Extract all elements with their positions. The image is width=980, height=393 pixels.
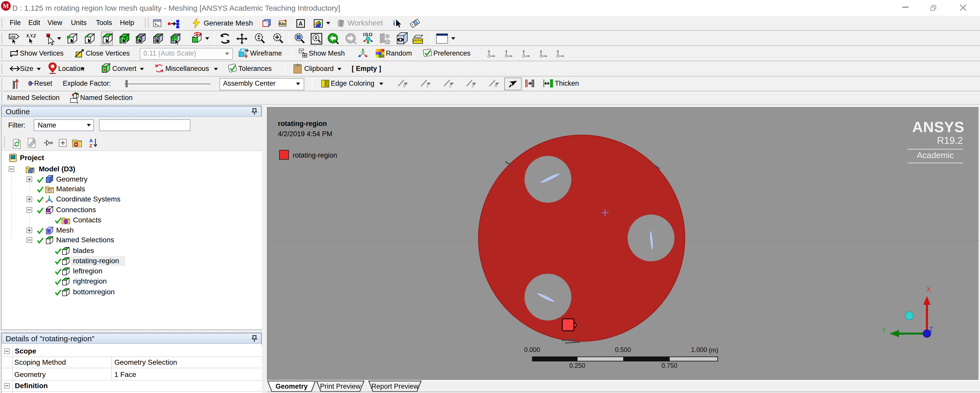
svg-text:Y: Y	[882, 326, 886, 334]
svg-text:A: A	[89, 138, 93, 143]
svg-text:Z: Z	[89, 143, 92, 149]
svg-text:Abc: Abc	[278, 21, 286, 26]
svg-text:100: 100	[10, 35, 15, 38]
svg-text:Geometry: Geometry	[275, 382, 307, 390]
svg-text:Report Preview: Report Preview	[371, 382, 418, 390]
svg-text:X: X	[926, 286, 931, 293]
svg-text:A: A	[298, 20, 303, 27]
svg-text:Print Preview: Print Preview	[320, 382, 361, 390]
svg-text:X,Y,Z: X,Y,Z	[26, 33, 36, 38]
svg-text:M: M	[3, 3, 9, 10]
svg-text:ISO: ISO	[363, 32, 373, 37]
